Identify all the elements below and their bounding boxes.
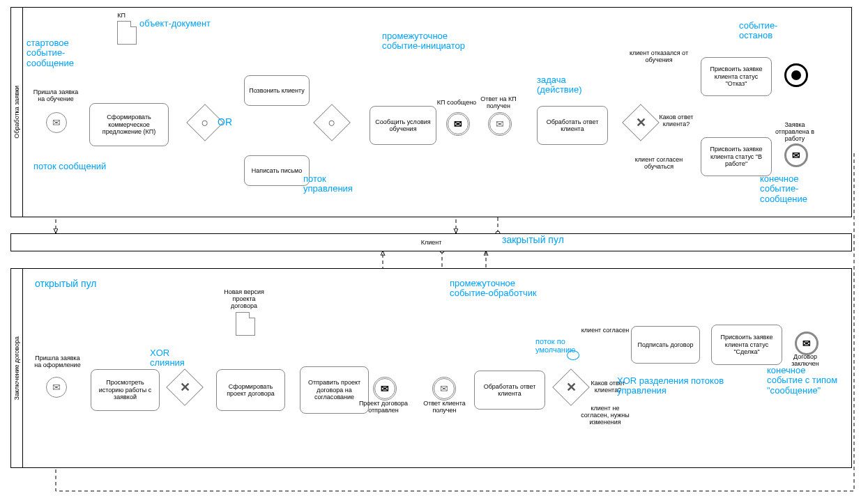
pool-header-2: Заключение договора bbox=[11, 269, 23, 467]
end-message-event bbox=[784, 143, 808, 167]
intermediate-catch-event-2 bbox=[432, 377, 456, 400]
intermediate-throw-event-2 bbox=[373, 377, 397, 400]
cond-agreed: клиент согласен обучаться bbox=[627, 157, 690, 171]
data-object-kp bbox=[117, 21, 137, 45]
task-process-reply-2: Обработать ответ клиента bbox=[474, 371, 545, 410]
task-form-offer: Сформировать коммерческое предложение (К… bbox=[89, 103, 169, 146]
cond-agree: клиент согласен bbox=[577, 327, 633, 334]
ann-msg-flow: поток сообщений bbox=[33, 162, 117, 171]
ann-end-msg: конечное событие-сообщение bbox=[760, 174, 830, 204]
ann-xor-split: XOR разделения потоков управления bbox=[617, 376, 729, 396]
intermediate-throw-event bbox=[446, 112, 470, 136]
start-event-label: Пришла заявка на обучение bbox=[31, 89, 80, 103]
cond-changes: клиент не согласен, нужны изменения bbox=[577, 405, 633, 426]
event-sent-label: Проект договора отправлен bbox=[356, 400, 411, 414]
data-object-doc-label: Новая версия проекта договора bbox=[220, 289, 268, 310]
end-terminate-event bbox=[784, 63, 808, 87]
ann-data-obj: объект-документ bbox=[139, 19, 211, 29]
start-event-message bbox=[46, 112, 67, 133]
data-object-kp-label: КП bbox=[114, 13, 128, 20]
closed-pool-client: Клиент bbox=[10, 233, 852, 251]
pool-title: Обработка заявки bbox=[13, 86, 20, 139]
ann-inter-throw: промежуточное событие-инициатор bbox=[382, 31, 473, 52]
ann-start-msg: стартовое событие-сообщение bbox=[26, 38, 96, 68]
task-status-inwork: Присвоить заявке клиента статус "В работ… bbox=[701, 137, 772, 176]
ann-closed-pool: закрытый пул bbox=[502, 235, 564, 245]
closed-pool-title: Клиент bbox=[421, 239, 442, 246]
end-msg-label: Заявка отправлена в работу bbox=[770, 122, 819, 143]
ann-end-term: событие-останов bbox=[739, 21, 795, 41]
task-sign-contract: Подписать договор bbox=[631, 326, 700, 364]
start-event-message-2 bbox=[46, 377, 67, 398]
task-write-letter: Написать письмо bbox=[244, 155, 310, 186]
ann-open-pool: открытый пул bbox=[35, 279, 97, 289]
task-status-deal: Присвоить заявке клиента статус "Сделка" bbox=[711, 325, 782, 365]
pool-contract: Заключение договора bbox=[10, 268, 852, 468]
task-process-reply: Обработать ответ клиента bbox=[537, 106, 608, 145]
task-communicate-terms: Сообщить условия обучения bbox=[370, 106, 436, 145]
ann-end-msg2: конечное событие с типом "сообщение" bbox=[767, 366, 844, 396]
event-reply-label: Ответ на КП получен bbox=[478, 96, 519, 110]
task-view-history: Просмотреть историю работы с заявкой bbox=[91, 369, 160, 411]
event-kp-sent-label: КП сообщено bbox=[432, 100, 481, 107]
intermediate-catch-event bbox=[488, 112, 512, 136]
ann-default-flow: поток по умолчанию bbox=[535, 337, 591, 354]
data-object-doc bbox=[236, 312, 255, 336]
ann-or: OR bbox=[218, 117, 232, 127]
task-status-refusal: Присвоить заявке клиента статус "Отказ" bbox=[701, 57, 772, 96]
ann-task: задача (действие) bbox=[537, 75, 607, 95]
pool-title-2: Заключение договора bbox=[13, 336, 20, 400]
start-event-label-2: Пришла заявка на оформление bbox=[31, 355, 84, 369]
task-form-contract: Сформировать проект договора bbox=[216, 369, 285, 411]
pool-header: Обработка заявки bbox=[11, 8, 23, 217]
ann-ctrl-flow: поток управления bbox=[303, 174, 373, 194]
task-call-client: Позвонить клиенту bbox=[244, 75, 310, 106]
gateway-question: Каков ответ клиента? bbox=[655, 114, 697, 128]
default-flow-indicator bbox=[567, 350, 579, 360]
cond-refused: клиент отказался от обучения bbox=[627, 50, 690, 64]
event-reply-label-2: Ответ клиента получен bbox=[418, 400, 471, 414]
end-message-event-2 bbox=[795, 332, 818, 355]
ann-inter-catch: промежуточное событие-обработчик bbox=[450, 279, 547, 299]
ann-xor-merge: XOR слияния bbox=[150, 348, 192, 368]
